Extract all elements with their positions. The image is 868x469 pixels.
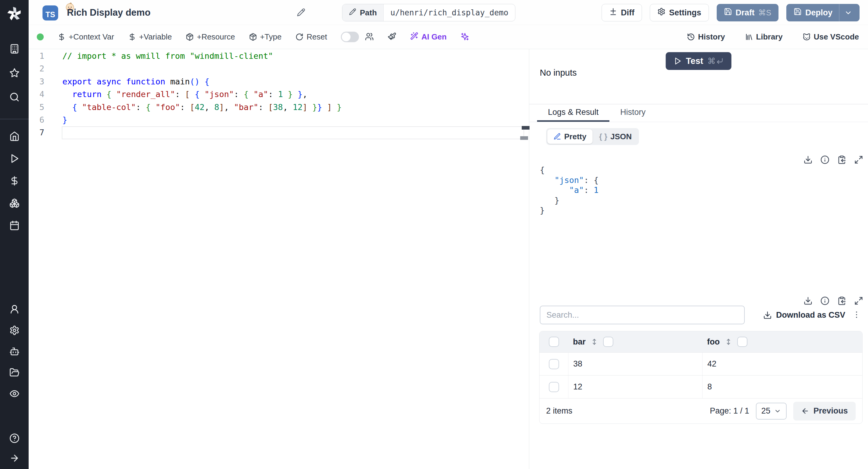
result-line-4: } xyxy=(540,195,598,206)
code-line-1[interactable]: // import * as wmill from "windmill-clie… xyxy=(62,50,529,62)
format-code-button[interactable] xyxy=(388,32,396,42)
settings-button[interactable]: Settings xyxy=(650,4,709,22)
table-header: barfoo xyxy=(539,331,862,352)
ai-sparkles-button[interactable] xyxy=(461,32,469,42)
code-line-5[interactable]: { "table-col": { "foo": [42, 8], "bar": … xyxy=(62,101,529,114)
test-button[interactable]: Test ⌘ xyxy=(666,52,732,70)
chevron-down-icon[interactable] xyxy=(844,9,852,17)
page-title: Rich Display demo xyxy=(67,7,150,18)
maximize-icon[interactable] xyxy=(854,296,863,305)
row-checkbox[interactable] xyxy=(549,382,559,392)
sidebar-item-search[interactable] xyxy=(9,92,20,102)
json-view-tab[interactable]: { } JSON xyxy=(593,129,638,144)
sidebar-item-user[interactable] xyxy=(9,304,20,315)
sidebar-item-calendar[interactable] xyxy=(9,220,20,231)
search-input[interactable] xyxy=(540,306,745,324)
package-icon xyxy=(249,33,257,41)
code-editor[interactable]: 1234567 // import * as wmill from "windm… xyxy=(29,49,529,469)
multiplayer-toggle[interactable] xyxy=(341,32,359,42)
table-row-2[interactable]: 128 xyxy=(539,375,862,398)
sidebar-item-folder-open[interactable] xyxy=(9,367,20,378)
download-icon[interactable] xyxy=(804,296,812,305)
column-header-bar: bar xyxy=(568,331,702,352)
sidebar-item-eye[interactable] xyxy=(9,388,20,399)
code-line-2[interactable] xyxy=(62,62,529,75)
pencil-icon xyxy=(349,8,356,18)
script-path-control[interactable]: Path u/henri/rich_display_demo xyxy=(342,4,516,22)
toolbar-button-variable[interactable]: +Variable xyxy=(128,32,172,41)
sidebar-item-dollar[interactable] xyxy=(9,176,20,186)
resource-label: +Resource xyxy=(197,32,235,41)
code-line-6[interactable]: } xyxy=(62,114,529,126)
sidebar-main-group xyxy=(9,131,20,231)
code-line-3[interactable]: export async function main() { xyxy=(62,75,529,88)
path-label: Path xyxy=(360,8,377,18)
sidebar-item-boxes[interactable] xyxy=(9,198,20,209)
clipboard-copy-icon[interactable] xyxy=(837,296,846,305)
windmill-logo[interactable] xyxy=(0,0,29,28)
sort-icon[interactable] xyxy=(590,338,598,346)
toggle-knob xyxy=(342,33,350,41)
page-size-select[interactable]: 25 xyxy=(756,403,786,419)
settings-label: Settings xyxy=(669,8,701,18)
save-icon xyxy=(794,7,802,18)
sparkles-icon xyxy=(461,32,469,42)
row-checkbox[interactable] xyxy=(549,359,559,369)
code-line-7[interactable] xyxy=(62,126,529,139)
pagination-controls: Page: 1 / 1 25 Previous xyxy=(710,402,856,420)
toolbar-left: +Context Var+Variable+Resource+TypeReset… xyxy=(29,32,469,42)
download-icon[interactable] xyxy=(804,155,812,164)
deploy-button[interactable]: Deploy xyxy=(786,4,860,22)
tab-logs-result[interactable]: Logs & Result xyxy=(537,104,610,122)
arrow-left-icon xyxy=(801,407,809,415)
pretty-view-tab[interactable]: Pretty xyxy=(547,129,592,144)
sidebar-item-help-circle[interactable] xyxy=(9,433,20,444)
select-all-checkbox[interactable] xyxy=(549,337,559,347)
column-label-foo: foo xyxy=(707,337,720,347)
editor-code-area[interactable]: // import * as wmill from "windmill-clie… xyxy=(62,50,529,139)
command-glyph: ⌘ xyxy=(707,56,715,66)
sort-icon[interactable] xyxy=(724,338,733,346)
sidebar-top-group xyxy=(9,43,20,102)
collaborators-button[interactable] xyxy=(365,32,374,42)
toolbar-button-use-vscode[interactable]: Use VScode xyxy=(803,32,859,41)
sidebar-item-settings[interactable] xyxy=(9,325,20,336)
sidebar-item-arrow-right[interactable] xyxy=(9,453,20,464)
info-icon[interactable] xyxy=(820,296,830,305)
toolbar-button-reset[interactable]: Reset xyxy=(296,32,327,41)
panel-resize-handle[interactable] xyxy=(522,126,530,130)
previous-page-button[interactable]: Previous xyxy=(793,402,856,420)
toolbar-button-history[interactable]: History xyxy=(687,32,725,41)
toolbar-button-context-var[interactable]: +Context Var xyxy=(58,32,114,41)
rename-script-button[interactable] xyxy=(296,8,306,18)
toolbar-button-library[interactable]: Library xyxy=(745,32,783,41)
panel-resize-handle-secondary[interactable] xyxy=(520,136,528,140)
pretty-label: Pretty xyxy=(564,132,587,142)
download-csv-button[interactable]: Download as CSV xyxy=(761,306,847,324)
draft-button[interactable]: Draft ⌘S xyxy=(717,4,778,22)
table-row-1[interactable]: 3842 xyxy=(539,352,862,375)
ai-gen-button[interactable]: AI Gen xyxy=(410,32,447,42)
result-line-2: "json": { xyxy=(540,175,598,185)
no-inputs-text: No inputs xyxy=(540,68,577,78)
maximize-icon[interactable] xyxy=(854,155,863,164)
table-menu-button[interactable] xyxy=(850,308,863,322)
sidebar-item-bot[interactable] xyxy=(9,346,20,357)
items-count: 2 items xyxy=(546,406,572,416)
sidebar-item-star[interactable] xyxy=(9,67,20,79)
diff-icon xyxy=(609,7,617,18)
column-checkbox-bar[interactable] xyxy=(603,337,613,347)
diff-button[interactable]: Diff xyxy=(601,4,642,22)
toolbar-button-type[interactable]: +Type xyxy=(249,32,282,41)
column-checkbox-foo[interactable] xyxy=(737,337,747,347)
tab-history[interactable]: History xyxy=(610,104,656,122)
info-icon[interactable] xyxy=(820,155,830,164)
code-line-4[interactable]: return { "render_all": [ { "json": { "a"… xyxy=(62,88,529,101)
sidebar-item-play[interactable] xyxy=(9,153,20,164)
clipboard-copy-icon[interactable] xyxy=(837,155,846,164)
sidebar-item-building[interactable] xyxy=(9,43,20,54)
package-icon xyxy=(186,33,194,41)
path-label-segment[interactable]: Path xyxy=(342,4,384,21)
sidebar-item-home[interactable] xyxy=(9,131,20,142)
toolbar-button-resource[interactable]: +Resource xyxy=(186,32,235,41)
